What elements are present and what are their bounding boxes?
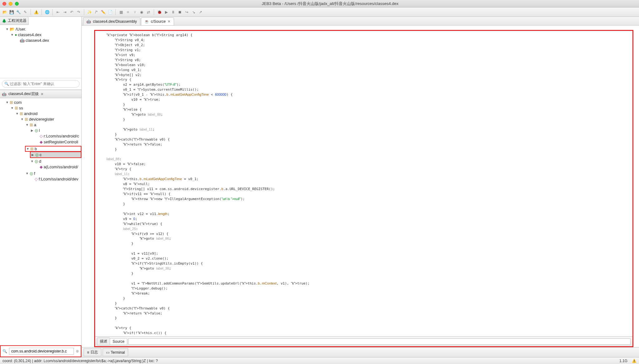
tab-source-bot[interactable]: Source [110,338,127,345]
close-icon[interactable]: ✕ [41,92,44,96]
warning-icon[interactable]: ⚠️ [33,9,39,15]
window-titlebar: JEB3 Beta - /Users /抖音火山版/jadx_all/抖音火山版… [0,0,639,7]
bottom-search-row: 🔍 ⊗ [0,345,81,357]
folder-icon: 📂 [10,27,15,31]
minimize-window-button[interactable] [9,2,12,6]
step-over-icon[interactable]: ↪ [184,9,190,15]
tab-source[interactable]: ☕c/Source✕ [141,17,174,25]
package-icon: ⊞ [10,100,13,105]
graph-icon[interactable]: ◉ [139,9,144,15]
pause-icon[interactable]: ⏸ [170,9,176,15]
terminal-icon: ▭ [106,350,109,355]
nav-right-icon[interactable]: ⇥ [62,9,68,15]
method-icon: ◆ [40,165,43,169]
class-icon: ◎ [35,159,38,164]
status-memory: 1.1G [619,359,627,363]
bug-icon[interactable]: 🐞 [157,9,162,15]
close-icon[interactable]: ✕ [167,19,171,24]
android-icon: 🤖 [20,38,25,43]
wrench-icon[interactable]: 🔧 [16,9,21,15]
clear-icon[interactable]: ⊗ [76,349,79,353]
open-icon[interactable]: 📂 [2,9,7,15]
main-toolbar: 📂 💾 🔧 ✎ ⚠️ 🌐 ⇤ ⇥ ↶ ↷ ✨ /* ✏️ 📄 ▦ ⌗ ⑂ ◉ ⇄… [0,7,639,17]
editor-pane: 🤖classes4.dex/Disassembly ☕c/Source✕ "k"… [82,17,639,357]
hierarchy-tab[interactable]: 🤖 classes4.dex/层级 ✕ [0,90,81,98]
wand-icon[interactable]: ✨ [87,9,92,15]
link-icon[interactable]: ⇄ [146,9,151,15]
dex-icon: ● [15,32,17,37]
package-icon: ⊞ [30,122,33,127]
field-icon: ◇ [40,134,43,138]
pencil-icon[interactable]: ✎ [22,9,28,15]
hierarchy-tree[interactable]: ▼⊞com ▼⊞ss ▼⊞android ▼⊞deviceregister ▼⊞… [0,98,81,345]
tab-desc[interactable]: 描述 [97,338,110,345]
search-icon: 🔍 [4,82,9,86]
save-icon[interactable]: 💾 [9,9,14,15]
grid-icon[interactable]: ▦ [118,9,124,15]
window-title: JEB3 Beta - /Users /抖音火山版/jadx_all/抖音火山版… [24,1,637,7]
field-icon: ◇ [35,177,38,181]
android-icon: 🤖 [86,19,91,24]
bottom-panel-tabs: ≡日志 ▭Terminal [82,347,639,357]
java-icon: ☕ [144,19,149,24]
play-icon[interactable]: ▶ [163,9,169,15]
macos-traffic-lights [2,2,19,6]
tab-disassembly[interactable]: 🤖classes4.dex/Disassembly [83,17,140,25]
filter-input[interactable] [2,80,80,88]
class-search-input[interactable] [9,348,74,355]
code-view-highlighted: "k">private "k">boolean b("t">String arg… [94,30,633,347]
project-browser-tab[interactable]: 🌲 工程浏览器 [0,17,29,25]
globe-icon[interactable]: 🌐 [44,9,50,15]
package-icon: ⊞ [25,117,28,122]
search-icon: 🔍 [2,349,7,353]
class-icon: ◎ [35,152,39,157]
edit-icon[interactable]: ✏️ [100,9,106,15]
redo-icon[interactable]: ↷ [76,9,81,15]
interface-icon: ◎ [35,128,38,133]
editor-search-input[interactable] [128,338,631,345]
project-filter: 🔍 [0,78,81,90]
doc-icon[interactable]: 📄 [107,9,113,15]
close-window-button[interactable] [2,2,6,6]
class-icon: ◎ [30,171,33,176]
comment-icon[interactable]: /* [94,9,99,15]
package-icon: ⊞ [30,146,34,151]
nav-left-icon[interactable]: ⇤ [55,9,61,15]
package-icon: ⊞ [15,106,18,110]
project-tree[interactable]: ▼📂/User. ▼●classes4.dex 🤖classes4.dex [0,25,81,78]
tree-node-c[interactable]: ▶◎c [30,151,81,158]
tab-terminal[interactable]: ▭Terminal [103,348,128,356]
step-out-icon[interactable]: ↗ [198,9,203,15]
source-code[interactable]: "k">private "k">boolean b("t">String arg… [95,31,632,336]
log-icon: ≡ [87,350,89,355]
step-into-icon[interactable]: ↘ [191,9,196,15]
method-icon: ◆ [40,140,43,144]
editor-bottom-tabs: 描述 Source [95,336,632,346]
editor-tabs: 🤖classes4.dex/Disassembly ☕c/Source✕ [82,17,639,26]
tree-icon: 🌲 [2,19,7,23]
branch-icon[interactable]: ⑂ [132,9,138,15]
tab-log[interactable]: ≡日志 [84,348,101,356]
warning-icon[interactable]: ⚠️ [632,359,637,363]
zoom-window-button[interactable] [15,2,19,6]
stop-icon[interactable]: ⏹ [177,9,183,15]
tree-icon[interactable]: ⌗ [125,9,131,15]
undo-icon[interactable]: ↶ [69,9,75,15]
status-bar: coord: (0,301,24) | addr: Lcom/ss/androi… [0,357,639,364]
status-coord: coord: (0,301,24) | addr: Lcom/ss/androi… [2,359,158,363]
android-icon: 🤖 [2,92,7,96]
package-icon: ⊞ [20,111,23,116]
left-sidebar: 🌲 工程浏览器 ▼📂/User. ▼●classes4.dex 🤖classes… [0,17,82,357]
